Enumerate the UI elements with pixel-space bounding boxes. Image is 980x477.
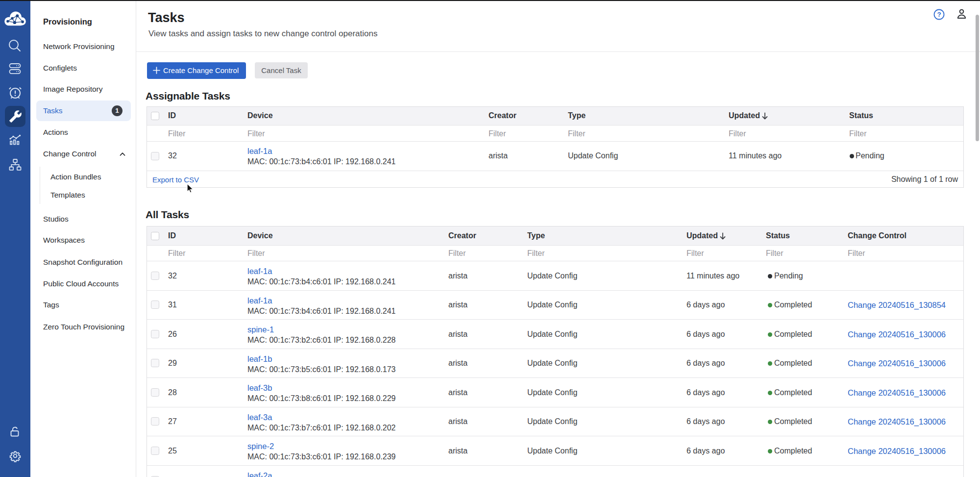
svg-text:?: ?	[937, 11, 941, 18]
